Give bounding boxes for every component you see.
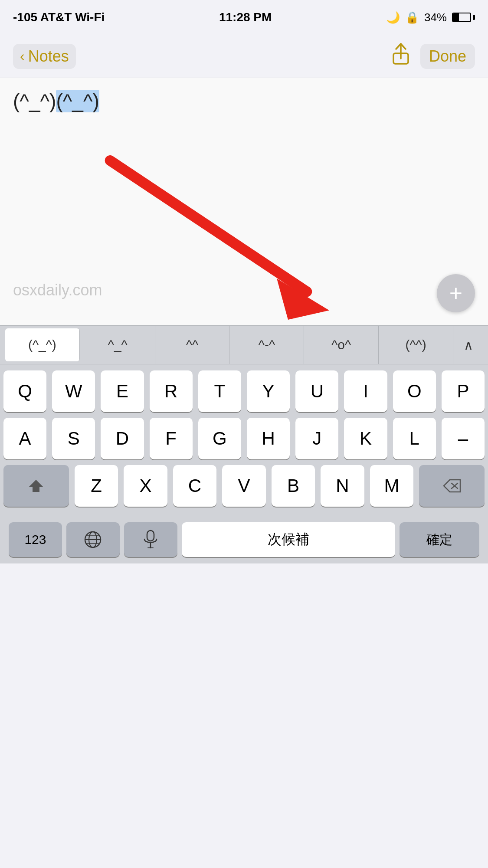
back-label: Notes [28, 47, 69, 66]
key-g[interactable]: G [198, 418, 241, 459]
key-j[interactable]: J [295, 418, 338, 459]
back-button[interactable]: ‹ Notes [13, 44, 76, 69]
key-x[interactable]: X [124, 465, 167, 507]
svg-rect-11 [147, 531, 154, 541]
key-f[interactable]: F [150, 418, 193, 459]
key-b[interactable]: B [272, 465, 315, 507]
key-k[interactable]: K [344, 418, 387, 459]
done-button[interactable]: Done [420, 44, 475, 69]
key-c[interactable]: C [173, 465, 217, 507]
globe-icon [84, 531, 102, 549]
carrier-text: -105 AT&T Wi-Fi [13, 10, 105, 24]
done-label: Done [429, 47, 466, 65]
svg-marker-3 [277, 278, 329, 320]
time-display: 11:28 PM [219, 10, 272, 24]
key-p[interactable]: P [442, 370, 485, 412]
key-t[interactable]: T [198, 370, 241, 412]
key-u[interactable]: U [295, 370, 338, 412]
chevron-left-icon: ‹ [20, 48, 25, 64]
svg-line-2 [110, 160, 307, 292]
key-i[interactable]: I [344, 370, 387, 412]
key-globe[interactable] [66, 522, 120, 557]
key-123[interactable]: 123 [9, 522, 62, 557]
shift-icon [28, 478, 44, 494]
autocomplete-item-5[interactable]: (^^) [379, 326, 453, 364]
key-z[interactable]: Z [75, 465, 118, 507]
plus-icon: + [449, 280, 462, 306]
key-dash[interactable]: – [442, 418, 485, 459]
bottom-bar: 123 次候補 確定 [0, 516, 488, 563]
autocomplete-item-3[interactable]: ^-^ [229, 326, 304, 364]
key-v[interactable]: V [222, 465, 266, 507]
key-confirm[interactable]: 確定 [400, 522, 479, 557]
autocomplete-item-4[interactable]: ^o^ [304, 326, 379, 364]
key-y[interactable]: Y [247, 370, 290, 412]
key-row-2: A S D F G H J K L – [3, 418, 485, 459]
status-right: 🌙 🔒 34% [386, 11, 475, 24]
autocomplete-item-2[interactable]: ^^ [155, 326, 230, 364]
moon-icon: 🌙 [386, 11, 400, 24]
note-text-part2: (^_^) [56, 90, 99, 112]
key-o[interactable]: O [393, 370, 436, 412]
key-h[interactable]: H [247, 418, 290, 459]
mic-icon [143, 530, 158, 550]
share-icon [392, 43, 410, 66]
key-s[interactable]: S [52, 418, 95, 459]
plus-button[interactable]: + [437, 274, 475, 312]
key-r[interactable]: R [150, 370, 193, 412]
nav-actions: Done [392, 43, 475, 69]
delete-back-icon [443, 479, 461, 493]
watermark-text: osxdaily.com [13, 281, 102, 299]
shift-key[interactable] [3, 465, 69, 507]
key-e[interactable]: E [101, 370, 144, 412]
status-bar: -105 AT&T Wi-Fi 11:28 PM 🌙 🔒 34% [0, 0, 488, 35]
note-text-part1: (^_^) [13, 90, 56, 112]
note-content[interactable]: (^_^)(^_^) [0, 78, 488, 165]
nav-bar: ‹ Notes Done [0, 35, 488, 78]
autocomplete-collapse[interactable]: ∧ [453, 326, 484, 364]
autocomplete-item-1[interactable]: ^_^ [81, 326, 155, 364]
watermark: osxdaily.com [13, 281, 102, 299]
key-a[interactable]: A [3, 418, 46, 459]
battery-icon [452, 13, 475, 22]
main-area[interactable]: (^_^)(^_^) osxdaily.com + [0, 78, 488, 325]
key-space[interactable]: 次候補 [182, 522, 395, 557]
keyboard: Q W E R T Y U I O P A S D F G H J K L – … [0, 364, 488, 516]
share-button[interactable] [392, 43, 410, 69]
key-mic[interactable] [124, 522, 177, 557]
battery-percent: 34% [424, 11, 447, 24]
key-l[interactable]: L [393, 418, 436, 459]
autocomplete-bar: (^_^) ^_^ ^^ ^-^ ^o^ (^^) ∧ [0, 325, 488, 364]
key-n[interactable]: N [321, 465, 364, 507]
lock-icon: 🔒 [405, 11, 419, 24]
key-d[interactable]: D [101, 418, 144, 459]
key-q[interactable]: Q [3, 370, 46, 412]
delete-key[interactable] [419, 465, 485, 507]
key-w[interactable]: W [52, 370, 95, 412]
key-row-3: Z X C V B N M [3, 465, 485, 507]
key-m[interactable]: M [370, 465, 414, 507]
key-row-1: Q W E R T Y U I O P [3, 370, 485, 412]
autocomplete-item-0[interactable]: (^_^) [5, 328, 80, 361]
